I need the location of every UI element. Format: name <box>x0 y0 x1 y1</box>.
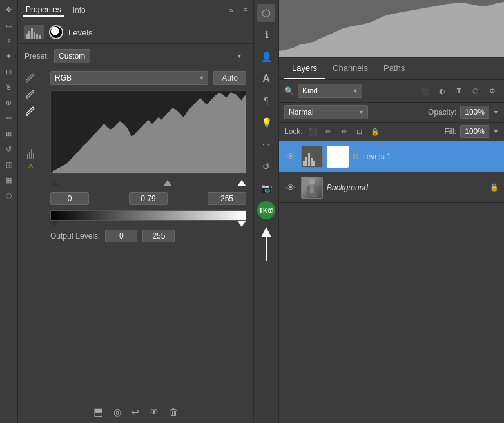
toolbar-select[interactable]: ▭ <box>2 18 16 32</box>
lock-move-icon[interactable]: ✥ <box>338 125 351 138</box>
lock-icons: ⬛ ✏ ✥ ⊡ 🔒 <box>307 125 382 138</box>
output-label: Output Levels: <box>50 231 100 241</box>
gradient-bar-wrapper <box>50 210 246 223</box>
output-white-input[interactable] <box>142 230 175 242</box>
properties-content: ⚠ RGB Red Green Blue ▼ Auto <box>18 68 253 400</box>
preset-row: Preset: Custom ▼ <box>18 44 253 68</box>
shape-filter-icon[interactable]: ⬡ <box>469 84 482 97</box>
channel-select[interactable]: RGB Red Green Blue <box>50 71 208 85</box>
view-bottom-icon[interactable]: 👁 <box>150 407 159 417</box>
expand-icon[interactable]: » <box>229 6 233 15</box>
auto-button[interactable]: Auto <box>213 71 246 85</box>
output-black-input[interactable] <box>105 230 137 242</box>
text-strip-icon[interactable]: A <box>257 70 275 88</box>
layer-visibility-levels1[interactable]: 👁 <box>284 152 297 162</box>
fill-input[interactable] <box>460 125 489 138</box>
tab-info[interactable]: Info <box>70 5 88 16</box>
undo-strip-icon[interactable]: ↺ <box>257 157 275 175</box>
toolbar-blur[interactable]: ◌ <box>2 188 16 202</box>
kind-select[interactable]: Kind <box>298 84 362 98</box>
layers-tabs: Layers Channels Paths <box>279 58 504 80</box>
kind-select-wrapper: Kind ▼ <box>298 84 362 98</box>
preset-select[interactable]: Custom <box>54 49 90 63</box>
opacity-input[interactable] <box>460 106 489 119</box>
top-histogram <box>279 0 504 58</box>
svg-rect-2 <box>26 114 28 116</box>
gray-eyedropper-icon[interactable] <box>23 88 37 102</box>
lock-transparent-icon[interactable]: ⬛ <box>307 125 320 138</box>
white-input-slider[interactable] <box>237 180 246 186</box>
fill-arrow-icon[interactable]: ▼ <box>493 128 499 135</box>
pixel-filter-icon[interactable]: ⬛ <box>419 84 432 97</box>
layer-visibility-background[interactable]: 👁 <box>284 182 297 193</box>
black-input-slider[interactable] <box>50 180 59 186</box>
undo-bottom-icon[interactable]: ↩ <box>131 407 139 417</box>
output-row: Output Levels: <box>18 226 253 246</box>
mid-input-slider[interactable] <box>163 180 172 186</box>
toolbar-move[interactable]: ✥ <box>2 3 16 17</box>
dots-icon[interactable]: ··· <box>257 135 275 153</box>
tab-paths[interactable]: Paths <box>376 58 412 79</box>
toolbar-eyedropper[interactable]: 🖱 <box>2 80 16 94</box>
mid-input[interactable] <box>129 192 168 205</box>
histogram-area <box>50 90 246 174</box>
lock-row: Lock: ⬛ ✏ ✥ ⊡ 🔒 Fill: ▼ <box>279 123 504 141</box>
paragraph-icon[interactable]: ¶ <box>257 92 275 110</box>
toolbar-clone[interactable]: ⊞ <box>2 126 16 141</box>
blend-mode-row: Normal Multiply Screen Overlay ▼ Opacity… <box>279 103 504 123</box>
layer-lock-icon: 🔒 <box>490 183 499 192</box>
3d-icon[interactable]: ⬡ <box>257 4 275 22</box>
toolbar-lasso[interactable]: ⌖ <box>2 34 16 48</box>
camera-icon[interactable]: 📷 <box>257 179 275 197</box>
lock-all-icon[interactable]: 🔒 <box>369 125 382 138</box>
search-kind-icon: 🔍 <box>284 86 294 95</box>
layer-item-levels1[interactable]: 👁 ⛓ Levels 1 <box>279 141 504 172</box>
output-white-slider[interactable] <box>237 221 246 227</box>
fill-label: Fill: <box>444 127 456 136</box>
blend-mode-select[interactable]: Normal Multiply Screen Overlay <box>284 105 368 119</box>
preset-select-wrapper: Custom ▼ <box>54 49 246 63</box>
adjustment-filter-icon[interactable]: ◐ <box>436 84 449 97</box>
black-input[interactable] <box>50 192 89 205</box>
delete-bottom-icon[interactable]: 🗑 <box>169 407 178 417</box>
person-icon[interactable]: 👤 <box>257 48 275 66</box>
opacity-arrow-icon[interactable]: ▼ <box>493 109 499 115</box>
clip-to-layer-icon[interactable]: ⬒ <box>93 406 103 418</box>
layer-chain-icon: ⛓ <box>353 153 358 160</box>
toolbar-crop[interactable]: ⊡ <box>2 64 16 79</box>
visibility-bottom-icon[interactable]: ◎ <box>113 407 121 417</box>
kind-filter-icons: ⬛ ◐ T ⬡ ⚙ <box>419 84 499 97</box>
menu-icon[interactable]: ≡ <box>243 6 247 15</box>
svg-rect-0 <box>26 81 28 83</box>
type-filter-icon[interactable]: T <box>452 84 465 97</box>
gradient-bar <box>50 210 246 221</box>
info-strip-icon[interactable]: ℹ <box>257 26 275 44</box>
bulb-icon[interactable]: 💡 <box>257 113 275 132</box>
toolbar-gradient[interactable]: ▦ <box>2 173 16 187</box>
right-panel: Layers Channels Paths 🔍 Kind ▼ ⬛ ◐ T ⬡ ⚙ <box>279 0 504 423</box>
output-black-slider[interactable] <box>50 221 59 227</box>
layer-item-background[interactable]: 👁 Background 🔒 <box>279 172 504 203</box>
smart-filter-icon[interactable]: ⚙ <box>486 84 499 97</box>
lock-paint-icon[interactable]: ✏ <box>322 125 335 138</box>
white-input[interactable] <box>208 192 246 205</box>
black-eyedropper-icon[interactable] <box>23 71 37 85</box>
toolbar-brush[interactable]: ✏ <box>2 111 16 125</box>
blend-select-wrapper: Normal Multiply Screen Overlay ▼ <box>284 105 368 119</box>
input-sliders-row <box>18 177 253 190</box>
toolbar-eraser[interactable]: ◫ <box>2 157 16 172</box>
lock-artboard-icon[interactable]: ⊡ <box>353 125 366 138</box>
input-values-row <box>18 190 253 208</box>
panel-header-icons: » | ≡ <box>229 6 247 15</box>
white-eyedropper-icon[interactable] <box>23 104 37 119</box>
tab-channels[interactable]: Channels <box>325 58 376 79</box>
layer-mask-thumb <box>327 146 349 168</box>
properties-bottom: ⬒ ◎ ↩ 👁 🗑 <box>18 400 253 423</box>
layer-photo-thumb <box>301 177 323 199</box>
toolbar-history-brush[interactable]: ↺ <box>2 142 16 156</box>
toolbar-magic[interactable]: ✦ <box>2 49 16 63</box>
tk7-icon[interactable]: TK⑦ <box>257 201 275 219</box>
tab-layers[interactable]: Layers <box>284 58 325 79</box>
tab-properties[interactable]: Properties <box>23 4 64 17</box>
toolbar-spot-heal[interactable]: ⊕ <box>2 95 16 110</box>
